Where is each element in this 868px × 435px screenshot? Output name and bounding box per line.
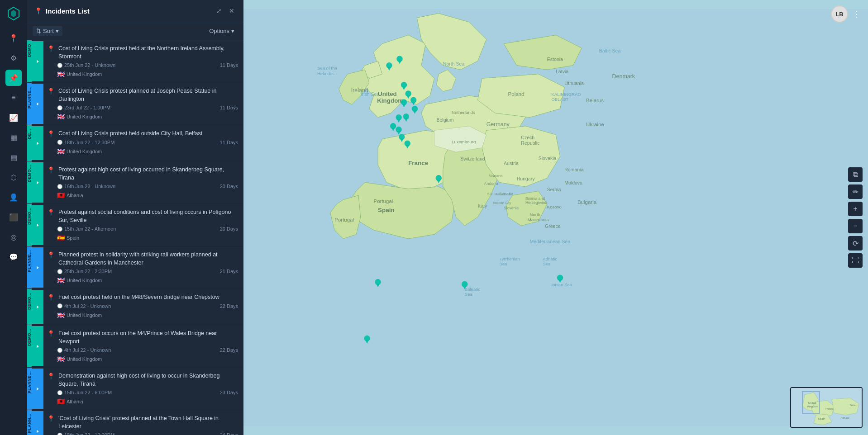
- svg-text:Sea: Sea: [543, 261, 551, 266]
- incident-days: 24 Days: [220, 432, 238, 435]
- incident-title: Fuel cost protest held on the M48/Severn…: [58, 293, 238, 302]
- sidebar-item-table[interactable]: ▤: [5, 149, 22, 165]
- svg-text:KALININGRAD: KALININGRAD: [551, 92, 581, 97]
- incident-country: United Kingdom: [67, 356, 102, 362]
- incident-title: Fuel cost protest occurs on the M4/Princ…: [58, 330, 238, 345]
- incident-item[interactable]: Planne... 📍 Planned protest in solidarit…: [27, 246, 243, 289]
- user-avatar[interactable]: LB: [831, 5, 848, 23]
- zoom-out-button[interactable]: −: [848, 219, 863, 233]
- incident-chevron-icon: [34, 265, 41, 271]
- incident-location-row: 🇦🇱 Albania: [47, 192, 238, 199]
- incident-date: 🕐 15th Jun 22 - Afternoon: [57, 226, 116, 232]
- incident-location-row: 🇪🇸 Spain: [47, 234, 238, 241]
- incident-item[interactable]: De... 📍 Cost of Living Crisis protest he…: [27, 125, 243, 161]
- incident-location-row: 🇬🇧 United Kingdom: [47, 277, 238, 284]
- incident-title: Protest against social conditions and co…: [58, 208, 238, 224]
- zoom-in-button[interactable]: +: [848, 202, 863, 216]
- map-background: Irish Sea Sea of the Hebrides North Sea …: [243, 0, 868, 435]
- svg-text:Herzegovina: Herzegovina: [525, 200, 548, 205]
- svg-text:Sea of the: Sea of the: [317, 66, 337, 71]
- clock-icon: 🕐: [57, 269, 62, 274]
- svg-text:Greece: Greece: [545, 223, 561, 229]
- svg-text:OBLAST: OBLAST: [551, 97, 568, 102]
- incident-chevron-icon: [34, 180, 41, 186]
- incident-location-row: 🇬🇧 United Kingdom: [47, 71, 238, 78]
- sidebar-item-geocode[interactable]: ◎: [5, 229, 22, 245]
- more-options-button[interactable]: ⋮: [853, 9, 861, 19]
- incident-chevron-icon: [34, 428, 41, 435]
- incident-date: 🕐 16th Jun 22 - Unknown: [57, 184, 115, 189]
- incident-item[interactable]: Demo... 📍 Protest against high cost of l…: [27, 161, 243, 204]
- sidebar-item-location[interactable]: 📍: [5, 30, 22, 46]
- svg-text:Hungary: Hungary: [517, 176, 535, 181]
- incident-content: 📍 Protest against high cost of living oc…: [43, 161, 243, 203]
- settings-icon: ⚙: [10, 54, 17, 62]
- sidebar-item-network[interactable]: ⬡: [5, 169, 22, 185]
- incident-type-bar: Plann...: [27, 410, 32, 435]
- incident-location-icon: 📍: [47, 373, 55, 380]
- incident-date: 🕐 15th Jun 22 - 6:00PM: [57, 390, 112, 395]
- svg-text:Serbia: Serbia: [547, 187, 561, 192]
- panel-close-button[interactable]: ✕: [227, 6, 236, 15]
- sidebar-item-stack[interactable]: ⬛: [5, 209, 22, 225]
- panel-header: 📍 Incidents List ⤢ ✕: [27, 0, 243, 22]
- incident-item[interactable]: Planne... 📍 Cost of Living Crisis protes…: [27, 83, 243, 125]
- draw-control-button[interactable]: ✏: [848, 184, 863, 199]
- incidents-list[interactable]: Demo 📍 Cost of Living Crisis protest hel…: [27, 40, 243, 435]
- svg-text:Germany: Germany: [486, 121, 510, 128]
- incident-item[interactable]: Demo... 📍 Fuel cost protest occurs on th…: [27, 325, 243, 368]
- svg-text:Luxembourg: Luxembourg: [452, 139, 476, 144]
- svg-text:Vatican City: Vatican City: [493, 201, 511, 205]
- incident-item[interactable]: Demo... 📍 Fuel cost protest held on the …: [27, 289, 243, 325]
- incident-flag: 🇬🇧: [57, 312, 65, 319]
- incident-item[interactable]: Demo... 📍 Protest against social conditi…: [27, 204, 243, 246]
- sidebar-item-comments[interactable]: 💬: [5, 249, 22, 265]
- incident-date: 🕐 4th Jul 22 - Unknown: [57, 347, 111, 353]
- incident-type-bar: De...: [27, 125, 32, 161]
- layers-control-button[interactable]: ⧉: [848, 167, 863, 182]
- sidebar-item-layers[interactable]: ≡: [5, 90, 22, 106]
- incident-content: 📍 Cost of Living Crisis protest planned …: [43, 83, 243, 125]
- clock-icon: 🕐: [57, 390, 62, 395]
- mini-map[interactable]: United Kingdom Bela... France Spain Port…: [790, 387, 863, 428]
- sidebar-item-settings[interactable]: ⚙: [5, 50, 22, 66]
- svg-text:Baltic Sea: Baltic Sea: [599, 48, 621, 53]
- top-right-controls: LB ⋮: [831, 5, 861, 23]
- sidebar-item-users[interactable]: 👤: [5, 189, 22, 205]
- incident-date: 🕐 18th Jun 22 - 12:00PM: [57, 432, 114, 435]
- incident-type-label: Demo...: [27, 327, 32, 348]
- options-chevron-icon: ▾: [231, 28, 234, 34]
- incident-content: 📍 Cost of Living Crisis protest held out…: [43, 125, 243, 161]
- incident-content: 📍 Fuel cost protest occurs on the M4/Pri…: [43, 325, 243, 367]
- map-pin-icon: 📌: [9, 74, 18, 82]
- incident-item[interactable]: Demo 📍 Cost of Living Crisis protest hel…: [27, 40, 243, 83]
- incident-days: 21 Days: [220, 269, 238, 274]
- draw-ctrl-icon: ✏: [853, 188, 858, 196]
- incident-type-bar: Planne...: [27, 246, 32, 288]
- sidebar-item-grid[interactable]: ▦: [5, 129, 22, 146]
- app-logo[interactable]: [5, 5, 23, 23]
- map-area[interactable]: Irish Sea Sea of the Hebrides North Sea …: [243, 0, 868, 435]
- svg-marker-11: [37, 430, 38, 433]
- sort-button[interactable]: ⇅ Sort ▾: [33, 26, 62, 36]
- panel-expand-button[interactable]: ⤢: [215, 6, 224, 15]
- svg-text:Bulgaria: Bulgaria: [577, 199, 597, 205]
- incident-item[interactable]: Plann... 📍 'Cost of Living Crisis' prote…: [27, 410, 243, 435]
- incident-type-bar: Demo...: [27, 204, 32, 246]
- incident-location-icon: 📍: [47, 251, 55, 259]
- svg-marker-4: [37, 142, 38, 145]
- incident-item[interactable]: Planne... 📍 Demonstration against high c…: [27, 368, 243, 410]
- rotate-button[interactable]: ⟳: [848, 236, 863, 251]
- grid-icon: ▦: [10, 133, 17, 142]
- options-button[interactable]: Options ▾: [205, 26, 238, 36]
- svg-text:United: United: [378, 90, 397, 97]
- fullscreen-button[interactable]: ⛶: [848, 253, 863, 268]
- sidebar-item-analytics[interactable]: 📈: [5, 109, 22, 126]
- svg-text:Latvia: Latvia: [556, 69, 568, 74]
- svg-text:France: France: [825, 407, 834, 410]
- incident-type-label: Demo...: [27, 163, 32, 184]
- incident-title: Planned protest in solidarity with strik…: [58, 251, 238, 267]
- svg-marker-5: [37, 181, 38, 184]
- panel-location-icon: 📍: [34, 7, 42, 14]
- sidebar-item-map[interactable]: 📌: [5, 70, 22, 86]
